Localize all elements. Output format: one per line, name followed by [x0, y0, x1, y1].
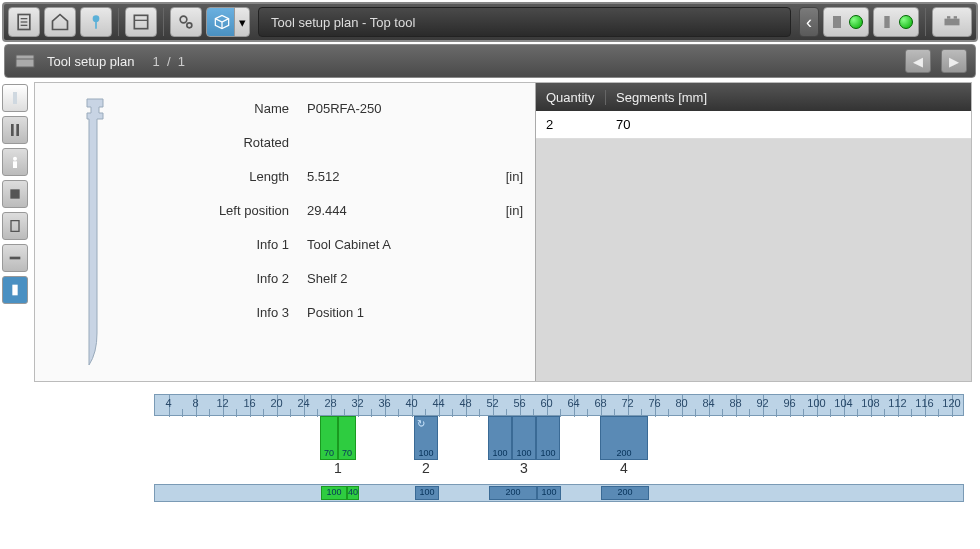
next-button[interactable]: ▶: [941, 49, 967, 73]
block-g3b[interactable]: 100: [512, 416, 536, 460]
bblock-1a[interactable]: 100: [321, 486, 347, 500]
ruler-label: 120: [942, 397, 960, 409]
pager: 1 / 1: [152, 54, 185, 69]
ruler-label: 4: [165, 397, 171, 409]
svg-rect-20: [13, 161, 17, 168]
bottom-track: 100 40 100 200 100 200: [154, 484, 964, 502]
status-button-1[interactable]: [823, 7, 869, 37]
window-title: Tool setup plan - Top tool: [258, 7, 791, 37]
clipboard-icon[interactable]: [8, 7, 40, 37]
side-tab-5[interactable]: [2, 212, 28, 240]
status-button-2[interactable]: [873, 7, 919, 37]
prev-button[interactable]: ◀: [905, 49, 931, 73]
value-info1: Tool Cabinet A: [307, 237, 483, 252]
status-dot-green: [849, 15, 863, 29]
svg-rect-10: [884, 16, 889, 28]
col-header-quantity: Quantity: [536, 90, 606, 105]
side-tab-7[interactable]: [2, 276, 28, 304]
svg-point-19: [13, 157, 17, 161]
group-label-4: 4: [620, 460, 628, 476]
label-length: Length: [167, 169, 307, 184]
label-info1: Info 1: [167, 237, 307, 252]
ruler-label: 68: [594, 397, 606, 409]
rotate-icon: ↻: [417, 418, 425, 429]
value-name: P05RFA-250: [307, 101, 483, 116]
ruler-label: 80: [675, 397, 687, 409]
side-tab-3[interactable]: [2, 148, 28, 176]
side-tab-1[interactable]: [2, 84, 28, 112]
side-tab-6[interactable]: [2, 244, 28, 272]
side-tab-4[interactable]: [2, 180, 28, 208]
segment-row[interactable]: 2 70: [536, 111, 971, 139]
block-g1b[interactable]: 70: [338, 416, 356, 460]
svg-rect-21: [10, 189, 19, 198]
home-icon[interactable]: [44, 7, 76, 37]
bblock-4[interactable]: 200: [601, 486, 649, 500]
person-marker-icon[interactable]: [80, 7, 112, 37]
ruler-label: 28: [324, 397, 336, 409]
group-label-1: 1: [334, 460, 342, 476]
svg-point-7: [180, 16, 187, 23]
svg-point-4: [93, 15, 100, 22]
chevron-down-icon[interactable]: ▾: [234, 7, 250, 37]
svg-rect-9: [833, 16, 841, 28]
block-g1a[interactable]: 70: [320, 416, 338, 460]
svg-point-8: [187, 23, 192, 28]
bblock-3a[interactable]: 200: [489, 486, 537, 500]
cell-qty: 2: [536, 117, 606, 132]
svg-rect-11: [945, 19, 960, 26]
properties: NameP05RFA-250 Rotated Length5.512[in] L…: [155, 83, 535, 381]
segments-panel: Quantity Segments [mm] 2 70: [535, 83, 971, 381]
svg-rect-22: [10, 257, 21, 260]
sub-header: Tool setup plan 1 / 1 ◀ ▶: [4, 44, 976, 78]
side-tabs: [0, 78, 30, 545]
label-info3: Info 3: [167, 305, 307, 320]
gears-icon[interactable]: [170, 7, 202, 37]
bblock-2[interactable]: 100: [415, 486, 439, 500]
ruler-label: 100: [807, 397, 825, 409]
label-leftpos: Left position: [167, 203, 307, 218]
ruler-label: 56: [513, 397, 525, 409]
collapse-left-icon[interactable]: ‹: [799, 7, 819, 37]
ruler-label: 52: [486, 397, 498, 409]
block-g4[interactable]: 200: [600, 416, 648, 460]
group-label-3: 3: [520, 460, 528, 476]
document-icon[interactable]: [125, 7, 157, 37]
svg-rect-23: [12, 285, 17, 296]
sub-title: Tool setup plan: [47, 54, 134, 69]
ruler-label: 40: [405, 397, 417, 409]
value-info3: Position 1: [307, 305, 483, 320]
ruler-label: 104: [834, 397, 852, 409]
ruler-label: 112: [888, 397, 906, 409]
block-g2[interactable]: ↻100: [414, 416, 438, 460]
block-g3a[interactable]: 100: [488, 416, 512, 460]
svg-rect-5: [134, 15, 147, 28]
ruler-label: 24: [297, 397, 309, 409]
ruler-label: 8: [192, 397, 198, 409]
ruler-label: 60: [540, 397, 552, 409]
block-g3c[interactable]: 100: [536, 416, 560, 460]
ruler-label: 92: [756, 397, 768, 409]
ruler-label: 64: [567, 397, 579, 409]
plan-icon: [13, 49, 37, 73]
ruler-label: 36: [378, 397, 390, 409]
top-toolbar: ▾ Tool setup plan - Top tool ‹: [2, 2, 978, 42]
ruler-label: 116: [915, 397, 933, 409]
view-dropdown[interactable]: ▾: [206, 7, 250, 37]
label-name: Name: [167, 101, 307, 116]
svg-rect-16: [13, 92, 17, 104]
side-tab-2[interactable]: [2, 116, 28, 144]
svg-rect-13: [954, 16, 957, 19]
ruler-label: 48: [459, 397, 471, 409]
bblock-1b[interactable]: 40: [347, 486, 359, 500]
unit-length: [in]: [483, 169, 523, 184]
ruler-label: 16: [243, 397, 255, 409]
ruler-label: 108: [861, 397, 879, 409]
ruler-label: 88: [729, 397, 741, 409]
machine-icon[interactable]: [932, 7, 972, 37]
svg-rect-17: [11, 124, 14, 136]
svg-rect-14: [16, 55, 34, 67]
value-length: 5.512: [307, 169, 483, 184]
bblock-3b[interactable]: 100: [537, 486, 561, 500]
status-dot-green: [899, 15, 913, 29]
